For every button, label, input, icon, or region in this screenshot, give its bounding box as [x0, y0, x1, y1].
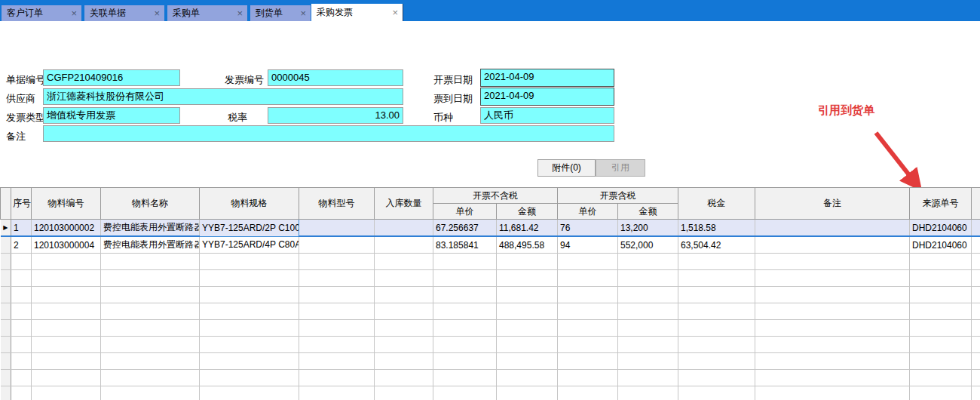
empty-cell[interactable]	[375, 303, 433, 320]
cell-qty_in[interactable]	[375, 220, 433, 237]
empty-cell[interactable]	[101, 320, 200, 337]
empty-cell[interactable]	[433, 254, 497, 270]
empty-cell[interactable]	[618, 320, 678, 337]
column-header-item_no[interactable]: 物料编号	[32, 188, 101, 220]
empty-cell[interactable]	[32, 270, 101, 287]
cell-remark[interactable]	[755, 236, 910, 254]
row-marker[interactable]	[1, 386, 11, 400]
empty-cell[interactable]	[497, 287, 558, 303]
empty-cell[interactable]	[618, 270, 678, 287]
cell-item_model[interactable]	[299, 220, 375, 237]
empty-cell[interactable]	[299, 386, 375, 400]
empty-cell[interactable]	[618, 337, 678, 353]
remark-field[interactable]	[43, 125, 614, 142]
row-marker[interactable]: ▶	[1, 220, 11, 237]
cell-item_model[interactable]	[299, 236, 375, 254]
empty-cell[interactable]	[101, 337, 200, 353]
empty-cell[interactable]	[910, 320, 972, 337]
empty-cell[interactable]	[11, 303, 32, 320]
empty-cell[interactable]	[433, 270, 497, 287]
cell-seq[interactable]: 1	[11, 220, 32, 237]
empty-cell[interactable]	[558, 320, 618, 337]
column-subheader-untaxed_price[interactable]: 单价	[433, 204, 497, 220]
cell-untaxed_amount[interactable]: 11,681.42	[497, 220, 558, 237]
row-marker[interactable]	[1, 320, 11, 337]
cell-source_no[interactable]: DHD2104060	[910, 220, 972, 237]
empty-cell[interactable]	[972, 320, 980, 337]
empty-cell[interactable]	[972, 287, 980, 303]
empty-cell[interactable]	[32, 254, 101, 270]
tab-purchase-order[interactable]: 采购单 ×	[167, 5, 247, 21]
cell-seq[interactable]: 2	[11, 236, 32, 254]
empty-cell[interactable]	[200, 254, 299, 270]
cell-item_name[interactable]: 费控电能表用外置断路器	[101, 236, 200, 254]
empty-cell[interactable]	[497, 353, 558, 370]
empty-cell[interactable]	[558, 254, 618, 270]
empty-cell[interactable]	[910, 370, 972, 386]
empty-cell[interactable]	[32, 303, 101, 320]
empty-cell[interactable]	[200, 370, 299, 386]
empty-cell[interactable]	[375, 254, 433, 270]
empty-cell[interactable]	[299, 320, 375, 337]
empty-cell[interactable]	[497, 370, 558, 386]
row-marker[interactable]	[1, 303, 11, 320]
row-marker[interactable]	[1, 270, 11, 287]
empty-cell[interactable]	[497, 320, 558, 337]
row-marker[interactable]	[1, 254, 11, 270]
empty-cell[interactable]	[200, 270, 299, 287]
empty-cell[interactable]	[755, 386, 910, 400]
tab-related-docs[interactable]: 关联单据 ×	[84, 5, 164, 21]
empty-cell[interactable]	[972, 254, 980, 270]
arrival-date-field[interactable]: 2021-04-09	[480, 88, 614, 106]
empty-cell[interactable]	[678, 287, 755, 303]
close-icon[interactable]: ×	[65, 8, 77, 18]
empty-cell[interactable]	[200, 287, 299, 303]
empty-cell[interactable]	[910, 303, 972, 320]
empty-cell[interactable]	[558, 287, 618, 303]
empty-cell[interactable]	[32, 337, 101, 353]
empty-cell[interactable]	[972, 353, 980, 370]
empty-cell[interactable]	[299, 303, 375, 320]
cell-untaxed_price[interactable]: 83.185841	[433, 236, 497, 254]
empty-cell[interactable]	[375, 320, 433, 337]
empty-cell[interactable]	[11, 370, 32, 386]
empty-cell[interactable]	[618, 370, 678, 386]
close-icon[interactable]: ×	[386, 8, 398, 17]
empty-cell[interactable]	[101, 303, 200, 320]
column-header-item_name[interactable]: 物料名称	[101, 188, 200, 220]
row-marker[interactable]	[1, 236, 11, 254]
empty-cell[interactable]	[972, 386, 980, 400]
column-subheader-untaxed_amount[interactable]: 金额	[497, 204, 558, 220]
empty-cell[interactable]	[375, 337, 433, 353]
empty-cell[interactable]	[299, 254, 375, 270]
empty-cell[interactable]	[200, 303, 299, 320]
cell-item_spec[interactable]: YYB7-125ARD/4P C80A	[200, 236, 299, 254]
empty-cell[interactable]	[755, 254, 910, 270]
currency-field[interactable]: 人民币	[480, 107, 614, 124]
empty-cell[interactable]	[433, 386, 497, 400]
cell-extra[interactable]	[972, 236, 980, 254]
column-subheader-taxed_price[interactable]: 单价	[558, 204, 618, 220]
cell-qty_in[interactable]	[375, 236, 433, 254]
cell-untaxed_amount[interactable]: 488,495.58	[497, 236, 558, 254]
empty-cell[interactable]	[375, 353, 433, 370]
empty-cell[interactable]	[755, 337, 910, 353]
column-header-source_no[interactable]: 来源单号	[910, 188, 972, 220]
cell-item_spec[interactable]: YYB7-125ARD/2P C100	[200, 220, 299, 237]
cell-source_no[interactable]: DHD2104060	[910, 236, 972, 254]
cell-tax[interactable]: 1,518.58	[678, 220, 755, 237]
cell-extra[interactable]	[972, 220, 980, 237]
row-marker[interactable]	[1, 353, 11, 370]
empty-cell[interactable]	[678, 370, 755, 386]
empty-cell[interactable]	[11, 320, 32, 337]
empty-cell[interactable]	[558, 386, 618, 400]
empty-cell[interactable]	[618, 386, 678, 400]
empty-cell[interactable]	[558, 353, 618, 370]
empty-cell[interactable]	[32, 353, 101, 370]
empty-cell[interactable]	[618, 353, 678, 370]
empty-cell[interactable]	[910, 270, 972, 287]
empty-cell[interactable]	[678, 353, 755, 370]
empty-cell[interactable]	[558, 270, 618, 287]
empty-cell[interactable]	[200, 320, 299, 337]
cell-item_no[interactable]: 120103000002	[32, 220, 101, 237]
